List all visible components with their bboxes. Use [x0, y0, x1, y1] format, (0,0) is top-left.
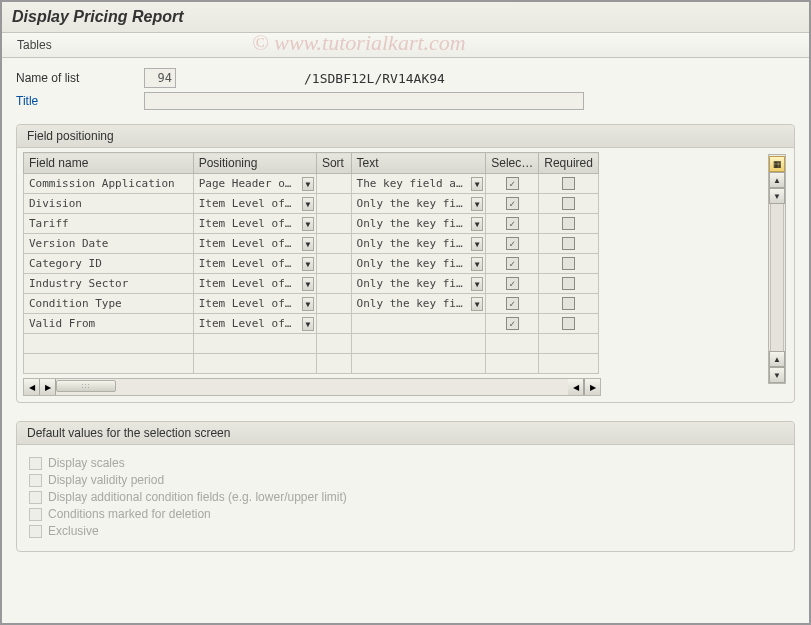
checkbox-icon[interactable] — [562, 177, 575, 190]
sort-cell[interactable] — [316, 174, 351, 194]
checkbox-icon[interactable] — [29, 508, 42, 521]
scroll-right-page-icon[interactable]: ◀ — [568, 379, 584, 395]
dropdown-arrow-icon[interactable]: ▼ — [302, 197, 314, 211]
required-checkbox-cell[interactable] — [539, 214, 599, 234]
sort-cell[interactable] — [316, 294, 351, 314]
field-name-cell[interactable]: Valid From — [24, 314, 194, 334]
checkbox-icon[interactable] — [562, 257, 575, 270]
text-dropdown[interactable]: Only the key fi…▼ — [351, 214, 486, 234]
dropdown-arrow-icon[interactable]: ▼ — [471, 297, 483, 311]
checkbox-icon[interactable] — [506, 297, 519, 310]
required-checkbox-cell[interactable] — [539, 274, 599, 294]
sort-cell[interactable] — [316, 314, 351, 334]
name-of-list-input[interactable] — [144, 68, 176, 88]
checkbox-icon[interactable] — [506, 237, 519, 250]
col-header-required[interactable]: Required — [539, 153, 599, 174]
col-header-positioning[interactable]: Positioning — [193, 153, 316, 174]
required-checkbox-cell[interactable] — [539, 254, 599, 274]
selec-checkbox-cell[interactable] — [486, 254, 539, 274]
dropdown-arrow-icon[interactable]: ▼ — [471, 217, 483, 231]
positioning-dropdown[interactable]: Item Level of…▼ — [193, 314, 316, 334]
checkbox-icon[interactable] — [506, 217, 519, 230]
dropdown-arrow-icon[interactable]: ▼ — [302, 277, 314, 291]
text-dropdown[interactable]: Only the key fi…▼ — [351, 194, 486, 214]
checkbox-icon[interactable] — [562, 297, 575, 310]
required-checkbox-cell[interactable] — [539, 194, 599, 214]
field-name-cell[interactable]: Tariff — [24, 214, 194, 234]
vertical-scrollbar[interactable]: ▦ ▲ ▼ ▲ ▼ — [768, 154, 786, 384]
dropdown-arrow-icon[interactable]: ▼ — [302, 317, 314, 331]
checkbox-icon[interactable] — [562, 237, 575, 250]
required-checkbox-cell[interactable] — [539, 294, 599, 314]
scroll-down-step-icon[interactable]: ▼ — [769, 188, 785, 204]
checkbox-icon[interactable] — [562, 197, 575, 210]
sort-cell[interactable] — [316, 234, 351, 254]
checkbox-icon[interactable] — [562, 217, 575, 230]
dropdown-arrow-icon[interactable]: ▼ — [302, 297, 314, 311]
checkbox-icon[interactable] — [506, 277, 519, 290]
positioning-dropdown[interactable]: Item Level of…▼ — [193, 254, 316, 274]
hscroll-track[interactable]: ::: — [56, 379, 568, 395]
selec-checkbox-cell[interactable] — [486, 274, 539, 294]
positioning-dropdown[interactable]: Item Level of…▼ — [193, 294, 316, 314]
dropdown-arrow-icon[interactable]: ▼ — [471, 257, 483, 271]
col-header-fieldname[interactable]: Field name — [24, 153, 194, 174]
field-name-cell[interactable]: Version Date — [24, 234, 194, 254]
scroll-down-icon[interactable]: ▼ — [769, 367, 785, 383]
text-dropdown[interactable] — [351, 314, 486, 334]
checkbox-icon[interactable] — [506, 257, 519, 270]
dropdown-arrow-icon[interactable]: ▼ — [302, 177, 314, 191]
positioning-dropdown[interactable]: Item Level of…▼ — [193, 194, 316, 214]
checkbox-icon[interactable] — [562, 317, 575, 330]
selec-checkbox-cell[interactable] — [486, 294, 539, 314]
text-dropdown[interactable]: Only the key fi…▼ — [351, 254, 486, 274]
title-label[interactable]: Title — [16, 94, 136, 108]
field-name-cell[interactable]: Industry Sector — [24, 274, 194, 294]
scroll-left-icon[interactable]: ◀ — [24, 379, 40, 395]
dropdown-arrow-icon[interactable]: ▼ — [471, 277, 483, 291]
selec-checkbox-cell[interactable] — [486, 194, 539, 214]
text-dropdown[interactable]: The key field a…▼ — [351, 174, 486, 194]
scroll-right-icon[interactable]: ▶ — [584, 379, 600, 395]
dropdown-arrow-icon[interactable]: ▼ — [302, 217, 314, 231]
tables-menu-button[interactable]: Tables — [17, 38, 52, 52]
scroll-up-end-icon[interactable]: ▲ — [769, 351, 785, 367]
dropdown-arrow-icon[interactable]: ▼ — [302, 237, 314, 251]
text-dropdown[interactable]: Only the key fi…▼ — [351, 234, 486, 254]
required-checkbox-cell[interactable] — [539, 174, 599, 194]
sort-cell[interactable] — [316, 214, 351, 234]
checkbox-icon[interactable] — [29, 457, 42, 470]
scroll-track[interactable] — [770, 204, 784, 351]
checkbox-icon[interactable] — [562, 277, 575, 290]
dropdown-arrow-icon[interactable]: ▼ — [471, 237, 483, 251]
field-name-cell[interactable]: Commission Application — [24, 174, 194, 194]
positioning-dropdown[interactable]: Item Level of…▼ — [193, 234, 316, 254]
checkbox-icon[interactable] — [506, 197, 519, 210]
checkbox-icon[interactable] — [506, 177, 519, 190]
checkbox-icon[interactable] — [29, 525, 42, 538]
text-dropdown[interactable]: Only the key fi…▼ — [351, 294, 486, 314]
field-name-cell[interactable]: Category ID — [24, 254, 194, 274]
col-header-selec[interactable]: Selec… — [486, 153, 539, 174]
positioning-dropdown[interactable]: Item Level of…▼ — [193, 274, 316, 294]
dropdown-arrow-icon[interactable]: ▼ — [302, 257, 314, 271]
field-name-cell[interactable]: Condition Type — [24, 294, 194, 314]
selec-checkbox-cell[interactable] — [486, 314, 539, 334]
sort-cell[interactable] — [316, 274, 351, 294]
scroll-up-icon[interactable]: ▲ — [769, 172, 785, 188]
selec-checkbox-cell[interactable] — [486, 214, 539, 234]
horizontal-scrollbar[interactable]: ◀ ▶ ::: ◀ ▶ — [23, 378, 601, 396]
dropdown-arrow-icon[interactable]: ▼ — [471, 197, 483, 211]
hscroll-thumb[interactable]: ::: — [56, 380, 116, 392]
checkbox-icon[interactable] — [29, 491, 42, 504]
col-header-sort[interactable]: Sort — [316, 153, 351, 174]
positioning-dropdown[interactable]: Item Level of…▼ — [193, 214, 316, 234]
table-settings-icon[interactable]: ▦ — [769, 156, 785, 172]
text-dropdown[interactable]: Only the key fi…▼ — [351, 274, 486, 294]
required-checkbox-cell[interactable] — [539, 314, 599, 334]
checkbox-icon[interactable] — [506, 317, 519, 330]
selec-checkbox-cell[interactable] — [486, 234, 539, 254]
col-header-text[interactable]: Text — [351, 153, 486, 174]
positioning-dropdown[interactable]: Page Header o…▼ — [193, 174, 316, 194]
checkbox-icon[interactable] — [29, 474, 42, 487]
